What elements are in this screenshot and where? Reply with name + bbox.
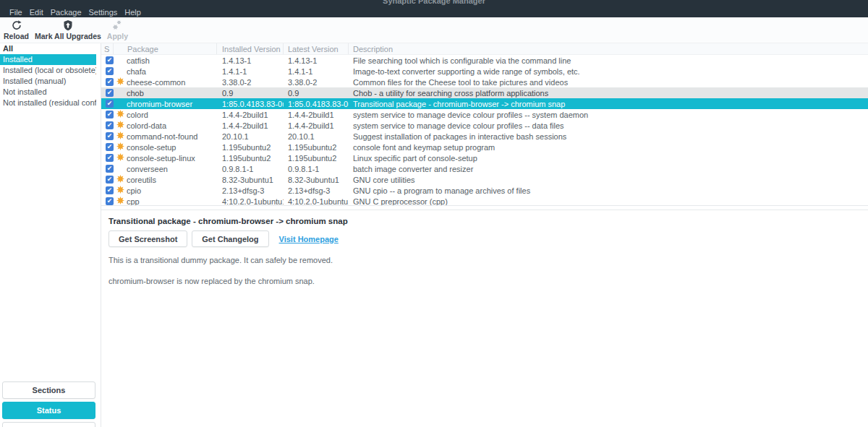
- supported-cell: [114, 56, 127, 65]
- installed-checkbox[interactable]: ✔: [106, 78, 114, 86]
- installed-checkbox[interactable]: ✔: [106, 176, 114, 184]
- installed-checkbox[interactable]: ✔: [106, 154, 114, 162]
- supported-cell: [114, 175, 127, 184]
- installed-checkbox[interactable]: ✔: [106, 186, 114, 194]
- supported-star-icon: [116, 186, 124, 195]
- installed-checkbox[interactable]: ✔: [106, 132, 114, 140]
- latest-version: 1.4.1-1: [284, 67, 349, 76]
- table-row[interactable]: ✔ chafa 1.4.1-1 1.4.1-1 Image-to-text: [101, 66, 868, 77]
- installed-checkbox[interactable]: ✔: [106, 100, 114, 108]
- installed-version: 3.38.0-2: [217, 78, 284, 87]
- package-description: GNU cpio -- a program to manage archives…: [349, 186, 868, 195]
- menu-item[interactable]: Help: [121, 8, 145, 17]
- table-row[interactable]: ✔ cheese-common 3.38.0-2 3.38.0-2 Com: [101, 77, 868, 87]
- status-filter-item[interactable]: All: [0, 43, 96, 54]
- details-title: Transitional package - chromium-browser …: [109, 217, 859, 225]
- table-row[interactable]: ✔ console-setup 1.195ubuntu2 1.195ubuntu…: [101, 142, 868, 152]
- sidebar-view-button[interactable]: Status: [2, 402, 95, 419]
- latest-version: 0.9.8.1-1: [284, 165, 349, 173]
- installed-checkbox[interactable]: ✔: [106, 111, 114, 118]
- column-header-status[interactable]: S: [101, 43, 114, 54]
- reload-button[interactable]: Reload: [1, 20, 31, 40]
- installed-checkbox[interactable]: ✔: [106, 67, 114, 75]
- supported-cell: [114, 197, 127, 206]
- status-cell: ✔: [101, 56, 114, 64]
- column-header-package[interactable]: Package: [114, 43, 217, 54]
- menu-item[interactable]: File: [6, 8, 26, 17]
- visit-homepage-link[interactable]: Visit Homepage: [279, 235, 339, 243]
- supported-cell: [114, 99, 127, 108]
- status-filter-item[interactable]: Not installed (residual config): [0, 98, 96, 108]
- status-filter-item[interactable]: Installed (local or obsolete): [0, 65, 96, 76]
- installed-version: 1.195ubuntu2: [217, 154, 284, 163]
- installed-checkbox[interactable]: ✔: [106, 197, 114, 205]
- supported-cell: [114, 164, 127, 173]
- status-cell: ✔: [101, 121, 114, 129]
- package-description: Suggest installation of packages in inte…: [349, 132, 868, 141]
- table-row[interactable]: ✔ cpio 2.13+dfsg-3 2.13+dfsg-3 GNU cp: [101, 185, 868, 196]
- main-area: AllInstalledInstalled (local or obsolete…: [0, 43, 868, 427]
- package-description: console font and keymap setup program: [349, 143, 868, 152]
- mark-all-upgrades-button[interactable]: Mark All Upgrades: [33, 20, 103, 40]
- sidebar-view-button-partial[interactable]: [2, 422, 95, 427]
- package-name: cpio: [127, 186, 217, 195]
- table-row[interactable]: ✔ colord 1.4.4-2build1 1.4.4-2build1: [101, 109, 868, 120]
- installed-version: 1.4.4-2build1: [217, 111, 284, 119]
- details-description: This is a transitional dummy package. It…: [109, 256, 859, 285]
- column-header-description[interactable]: Description: [349, 43, 868, 54]
- details-paragraph: chromium-browser is now replaced by the …: [109, 277, 859, 285]
- table-row[interactable]: ✔ catfish 1.4.13-1 1.4.13-1 File sear: [101, 55, 868, 66]
- supported-cell: [114, 131, 127, 141]
- package-name: chob: [127, 89, 217, 98]
- supported-cell: [114, 186, 127, 195]
- table-header-row: S Package Installed Version Latest Versi…: [101, 43, 868, 55]
- table-row[interactable]: ✔ converseen 0.9.8.1-1 0.9.8.1-1 batc: [101, 163, 868, 174]
- table-row[interactable]: ✔ command-not-found 20.10.1 20.10.1 S: [101, 131, 868, 142]
- latest-version: 1.4.13-1: [284, 56, 349, 65]
- table-row[interactable]: ✔ chromium-browser 1:85.0.4183.83-0ubunt…: [101, 98, 868, 109]
- shield-upgrade-icon: [62, 20, 74, 31]
- status-filter-item[interactable]: Installed (manual): [0, 76, 96, 87]
- column-header-installed-version[interactable]: Installed Version: [217, 43, 284, 54]
- installed-checkbox[interactable]: ✔: [106, 89, 114, 97]
- apply-button[interactable]: Apply: [105, 20, 130, 40]
- installed-version: 2.13+dfsg-3: [217, 186, 284, 195]
- menu-item[interactable]: Package: [47, 8, 85, 17]
- installed-checkbox[interactable]: ✔: [106, 121, 114, 129]
- status-cell: ✔: [101, 143, 114, 151]
- latest-version: 4:10.2.0-1ubuntu1: [284, 197, 349, 206]
- status-filter-item[interactable]: Installed: [0, 54, 96, 65]
- details-action-button[interactable]: Get Changelog: [192, 230, 268, 247]
- column-header-latest-version[interactable]: Latest Version: [284, 43, 349, 54]
- package-name: converseen: [127, 165, 217, 173]
- package-name: console-setup-linux: [127, 154, 217, 163]
- installed-version: 1.4.13-1: [217, 56, 284, 65]
- details-action-button[interactable]: Get Screenshot: [109, 230, 187, 247]
- table-row[interactable]: ✔ chob 0.9 0.9 Chob - a utility for s: [101, 87, 868, 98]
- package-description: Common files for the Cheese tool to take…: [349, 78, 868, 87]
- menu-item[interactable]: Edit: [26, 8, 47, 17]
- status-cell: ✔: [101, 132, 114, 140]
- table-row[interactable]: ✔ coreutils 8.32-3ubuntu1 8.32-3ubuntu1: [101, 174, 868, 185]
- installed-checkbox[interactable]: ✔: [106, 165, 114, 173]
- status-cell: ✔: [101, 111, 114, 118]
- status-filter-list: AllInstalledInstalled (local or obsolete…: [0, 43, 96, 108]
- package-name: command-not-found: [127, 132, 217, 141]
- sidebar-view-button[interactable]: Sections: [2, 381, 95, 399]
- table-row[interactable]: ✔ colord-data 1.4.4-2build1 1.4.4-2build…: [101, 120, 868, 131]
- table-row[interactable]: ✔ cpp 4:10.2.0-1ubuntu1 4:10.2.0-1ubuntu…: [101, 196, 868, 206]
- package-description: batch image converter and resizer: [349, 165, 868, 173]
- table-row[interactable]: ✔ console-setup-linux 1.195ubuntu2 1.195…: [101, 152, 868, 163]
- installed-version: 4:10.2.0-1ubuntu1: [217, 197, 284, 206]
- installed-version: 20.10.1: [217, 132, 284, 141]
- installed-checkbox[interactable]: ✔: [106, 56, 114, 64]
- status-cell: ✔: [101, 78, 114, 86]
- installed-checkbox[interactable]: ✔: [106, 143, 114, 151]
- supported-star-icon: [116, 131, 124, 141]
- status-filter-item[interactable]: Not installed: [0, 87, 96, 98]
- supported-cell: [114, 142, 127, 152]
- package-name: colord-data: [127, 121, 217, 130]
- package-description: Transitional package - chromium-browser …: [349, 100, 868, 108]
- menu-item[interactable]: Settings: [85, 8, 122, 17]
- package-details-panel: Transitional package - chromium-browser …: [101, 210, 868, 427]
